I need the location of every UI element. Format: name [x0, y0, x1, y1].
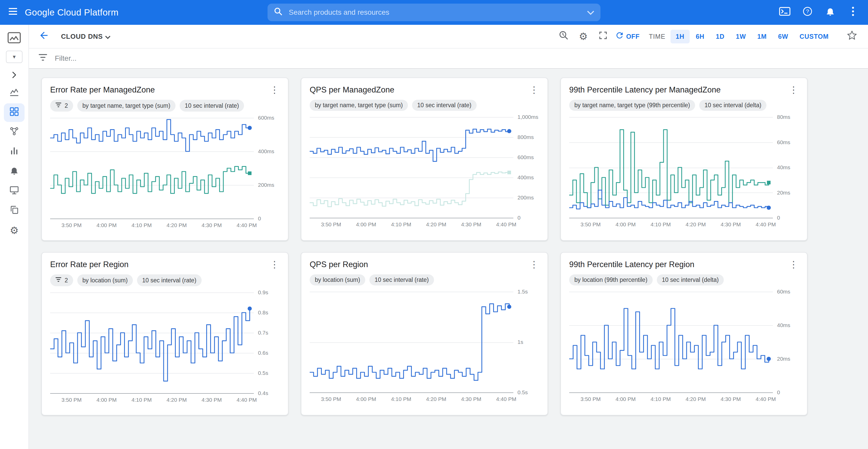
chart-config-chip[interactable]: by location (99th percentile): [569, 275, 653, 286]
chart-config-chip[interactable]: 10 sec interval (rate): [412, 100, 477, 111]
dashboard-settings-button[interactable]: ⚙: [575, 28, 592, 45]
chart-plot[interactable]: [50, 118, 254, 219]
time-range-1m[interactable]: 1M: [752, 30, 772, 43]
workspace-dropdown[interactable]: ▾: [6, 51, 23, 63]
chart-plot[interactable]: [50, 292, 254, 393]
chart-plot[interactable]: [310, 292, 514, 392]
help-button[interactable]: ?: [798, 3, 817, 22]
star-icon: [847, 30, 857, 43]
time-range-1w[interactable]: 1W: [731, 30, 751, 43]
time-range-1h[interactable]: 1H: [671, 30, 690, 43]
search-time-icon: [558, 30, 569, 43]
chip-label: 2: [65, 277, 68, 284]
chart-chips: 2by target name, target type (sum)10 sec…: [50, 100, 280, 111]
search-bar[interactable]: Search products and resources: [268, 4, 600, 21]
x-axis-label: 3:50 PM: [581, 396, 601, 402]
filter-count-chip[interactable]: 2: [50, 275, 73, 286]
filter-count-chip[interactable]: 2: [50, 100, 73, 111]
chart-card: 99th Percentile Latency per ManagedZone …: [560, 77, 807, 241]
sidebar-item-services[interactable]: [4, 123, 25, 141]
caret-down-icon: ▾: [13, 54, 16, 60]
chart-config-chip[interactable]: by target name, target type (sum): [77, 100, 176, 111]
chart-plot[interactable]: [569, 117, 773, 218]
y-axis-label: 200ms: [518, 195, 534, 201]
sidebar-item-dashboards[interactable]: [4, 103, 25, 122]
x-axis-label: 4:40 PM: [237, 397, 257, 403]
x-axis-label: 4:10 PM: [391, 221, 411, 228]
chip-label: 10 sec interval (delta): [662, 277, 719, 283]
back-button[interactable]: [35, 28, 53, 45]
x-axis: 3:50 PM4:00 PM4:10 PM4:20 PM4:30 PM4:40 …: [310, 394, 514, 404]
chip-label: by target name, target type (sum): [83, 102, 170, 109]
sidebar-item-settings[interactable]: ⚙: [4, 221, 25, 240]
x-axis-label: 4:40 PM: [755, 396, 776, 402]
chart-config-chip[interactable]: 10 sec interval (delta): [699, 100, 767, 111]
chart-config-chip[interactable]: by location (sum): [310, 275, 365, 286]
chart-menu-button[interactable]: ⋮: [529, 85, 539, 95]
x-axis-label: 3:50 PM: [321, 396, 341, 402]
chart-plot[interactable]: [569, 292, 773, 392]
fullscreen-button[interactable]: [594, 28, 612, 45]
chart-menu-button[interactable]: ⋮: [269, 85, 280, 95]
monitoring-logo-icon: [5, 30, 23, 45]
y-axis-label: 0.5s: [518, 389, 528, 395]
chart-config-chip[interactable]: 10 sec interval (rate): [180, 100, 244, 111]
notifications-button[interactable]: [820, 3, 840, 22]
y-axis-label: 1.5s: [518, 289, 528, 295]
time-range-1d[interactable]: 1D: [711, 30, 730, 43]
sidebar-item-groups[interactable]: [4, 201, 25, 220]
auto-refresh-state: OFF: [626, 33, 640, 40]
time-range-custom[interactable]: CUSTOM: [794, 30, 834, 43]
chart-menu-button[interactable]: ⋮: [788, 260, 799, 269]
x-axis-label: 4:10 PM: [131, 222, 152, 228]
chip-label: by location (sum): [83, 277, 128, 284]
find-in-time-button[interactable]: [555, 28, 572, 45]
sidebar-item-bar-chart[interactable]: [4, 142, 25, 161]
y-axis-label: 0: [777, 389, 780, 395]
sidebar-item-alerting[interactable]: [4, 162, 25, 181]
chart-menu-button[interactable]: ⋮: [269, 260, 280, 269]
cloud-shell-button[interactable]: [775, 3, 795, 22]
sidebar-item-uptime-checks[interactable]: [4, 182, 25, 200]
y-axis-label: 0: [777, 215, 780, 221]
x-axis-label: 4:00 PM: [616, 396, 636, 402]
chart-menu-button[interactable]: ⋮: [788, 85, 799, 95]
monitor-icon: [9, 185, 20, 197]
y-axis-label: 0.8s: [258, 310, 268, 316]
chart-title: 99th Percentile Latency per ManagedZone: [569, 85, 721, 95]
more-options-button[interactable]: [843, 3, 863, 22]
chart-config-chip[interactable]: 10 sec interval (delta): [657, 275, 724, 286]
expand-nav-button[interactable]: [6, 69, 23, 83]
bell-icon: [825, 6, 835, 19]
x-axis-label: 4:40 PM: [496, 221, 516, 228]
x-axis: 3:50 PM4:00 PM4:10 PM4:20 PM4:30 PM4:40 …: [50, 395, 254, 405]
refresh-icon: [615, 31, 624, 42]
y-axis-label: 20ms: [777, 356, 790, 362]
kebab-icon: [851, 6, 855, 19]
filter-icon: [55, 102, 62, 109]
filter-bar[interactable]: Filter...: [29, 49, 868, 69]
dashboard-context-select[interactable]: CLOUD DNS: [61, 32, 111, 41]
dashboard-name: CLOUD DNS: [61, 33, 103, 40]
chart-config-chip[interactable]: by target name, target type (99th percen…: [569, 100, 695, 111]
chart-config-chip[interactable]: 10 sec interval (rate): [369, 275, 434, 286]
y-axis-label: 0.5s: [258, 370, 268, 376]
time-range-6w[interactable]: 6W: [773, 30, 793, 43]
auto-refresh-button[interactable]: OFF: [615, 31, 640, 42]
time-range-6h[interactable]: 6H: [691, 30, 710, 43]
chart-chips: by target name, target type (sum)10 sec …: [310, 100, 539, 111]
favorite-button[interactable]: [843, 28, 861, 45]
sidebar-item-metrics-explorer[interactable]: [4, 84, 25, 102]
y-axis-label: 600ms: [518, 154, 534, 160]
fullscreen-icon: [598, 31, 608, 42]
chart-config-chip[interactable]: by location (sum): [77, 275, 133, 286]
chevron-down-icon[interactable]: [587, 8, 594, 17]
chart-menu-button[interactable]: ⋮: [529, 260, 539, 269]
x-axis-label: 4:10 PM: [131, 397, 152, 403]
chart-config-chip[interactable]: 10 sec interval (rate): [137, 275, 202, 286]
chart-plot[interactable]: [310, 117, 514, 218]
bar-chart-icon: [9, 146, 20, 158]
hamburger-menu-button[interactable]: [3, 3, 23, 22]
line-chart: [310, 292, 514, 392]
chart-config-chip[interactable]: by target name, target type (sum): [310, 100, 408, 111]
